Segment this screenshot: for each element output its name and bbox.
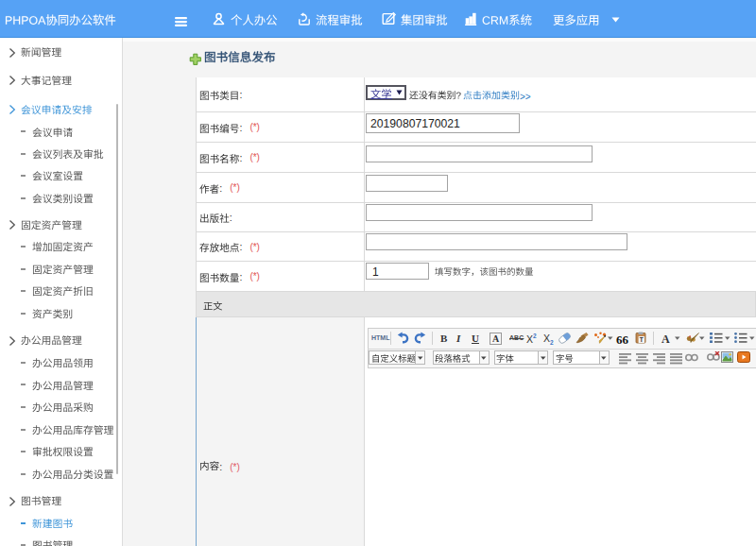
svg-text:T: T	[640, 336, 644, 343]
